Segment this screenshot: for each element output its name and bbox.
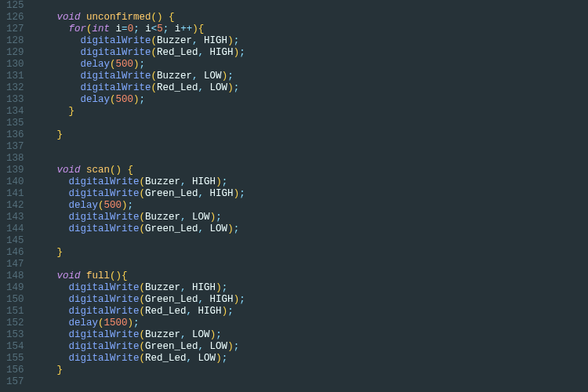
code-line[interactable]: digitalWrite(Green_Led, LOW); [34, 341, 588, 353]
token-text [34, 282, 69, 293]
token-ident: LOW [204, 71, 222, 82]
token-paren: ) [216, 282, 222, 293]
code-line[interactable]: digitalWrite(Red_Led, HIGH); [34, 306, 588, 318]
token-text [204, 188, 210, 199]
code-line[interactable]: digitalWrite(Red_Led, LOW); [34, 353, 588, 365]
token-paren: () [110, 270, 122, 281]
token-semi: ; [128, 200, 134, 211]
token-type: void [57, 270, 81, 281]
code-line[interactable]: delay(1500); [34, 318, 588, 329]
token-func: delay [69, 318, 99, 328]
token-text [110, 24, 116, 34]
line-number: 148 [6, 270, 24, 282]
code-line[interactable]: delay(500); [34, 59, 588, 71]
code-line[interactable] [34, 235, 588, 247]
code-line[interactable]: } [34, 365, 588, 376]
code-line[interactable]: void full(){ [34, 270, 588, 282]
token-func: delay [69, 200, 99, 211]
token-paren: ( [140, 223, 146, 234]
token-semi: ; [227, 71, 234, 82]
line-number: 134 [6, 106, 24, 118]
token-text [204, 341, 210, 352]
token-text [81, 12, 87, 23]
token-ident: HIGH [198, 306, 222, 317]
code-line[interactable]: digitalWrite(Green_Led, HIGH); [34, 294, 588, 306]
token-op: = [122, 24, 128, 34]
token-text [34, 59, 81, 70]
token-func: digitalWrite [69, 223, 140, 234]
line-number: 139 [6, 165, 24, 176]
token-op: ++ [180, 24, 192, 34]
token-type: void [57, 165, 81, 176]
token-paren: ) [234, 188, 240, 199]
token-paren: ) [133, 94, 140, 105]
token-text [187, 282, 193, 293]
code-line[interactable]: digitalWrite(Buzzer, LOW); [34, 212, 588, 223]
token-text [34, 176, 69, 187]
token-funcname: unconfirmed [86, 12, 151, 23]
token-comma: , [198, 294, 205, 305]
code-line[interactable]: delay(500); [34, 94, 588, 106]
code-line[interactable]: } [34, 247, 588, 259]
token-funcname: full [86, 270, 110, 281]
code-line[interactable]: digitalWrite(Buzzer, LOW); [34, 71, 588, 82]
token-number: 5 [157, 24, 163, 34]
code-line[interactable]: } [34, 129, 588, 141]
code-line[interactable]: } [34, 106, 588, 118]
code-line[interactable]: digitalWrite(Green_Led, LOW); [34, 223, 588, 235]
token-paren: ( [151, 35, 158, 46]
token-text [34, 294, 69, 305]
token-text [34, 341, 69, 352]
token-ident: Red_Led [145, 353, 187, 364]
token-number: 1500 [104, 318, 128, 328]
line-number: 125 [6, 0, 24, 12]
line-number: 156 [6, 365, 24, 376]
code-line[interactable]: digitalWrite(Buzzer, HIGH); [34, 282, 588, 294]
token-ident: Buzzer [145, 282, 180, 293]
code-line[interactable]: digitalWrite(Red_Led, LOW); [34, 82, 588, 94]
token-ident: HIGH [192, 282, 216, 293]
code-line[interactable]: delay(500); [34, 200, 588, 212]
token-ident: Green_Led [145, 341, 198, 352]
token-ident: Buzzer [145, 176, 180, 187]
token-text [34, 247, 57, 258]
token-text [34, 318, 69, 328]
token-number: 0 [128, 24, 134, 34]
code-line[interactable] [34, 376, 588, 388]
code-editor-area[interactable]: void unconfirmed() { for(int i=0; i<5; i… [34, 0, 588, 392]
code-line[interactable]: digitalWrite(Red_Led, HIGH); [34, 47, 588, 59]
token-comma: , [187, 306, 193, 317]
line-number: 145 [6, 235, 24, 247]
token-comma: , [192, 35, 198, 46]
token-text [34, 353, 69, 364]
token-text [34, 188, 69, 199]
code-line[interactable]: digitalWrite(Green_Led, HIGH); [34, 188, 588, 200]
line-number: 130 [6, 59, 24, 71]
token-paren: ( [140, 294, 146, 305]
code-line[interactable]: digitalWrite(Buzzer, LOW); [34, 329, 588, 341]
code-line[interactable] [34, 141, 588, 153]
token-text [34, 94, 81, 105]
code-line[interactable]: for(int i=0; i<5; i++){ [34, 24, 588, 35]
token-func: digitalWrite [69, 341, 140, 352]
token-paren: ( [140, 176, 146, 187]
token-func: digitalWrite [81, 47, 151, 58]
token-text [187, 212, 193, 223]
token-func: digitalWrite [81, 71, 151, 82]
token-comma: , [180, 282, 187, 293]
token-paren: ( [110, 59, 116, 70]
code-line[interactable]: void unconfirmed() { [34, 12, 588, 24]
line-number: 155 [6, 353, 24, 365]
code-line[interactable] [34, 259, 588, 270]
line-number: 157 [6, 376, 24, 388]
line-number-gutter: 1251261271281291301311321331341351361371… [0, 0, 34, 392]
code-line[interactable] [34, 118, 588, 129]
code-line[interactable] [34, 0, 588, 12]
line-number: 137 [6, 141, 24, 153]
token-func: digitalWrite [81, 82, 151, 93]
code-line[interactable]: digitalWrite(Buzzer, HIGH); [34, 35, 588, 47]
code-line[interactable]: digitalWrite(Buzzer, HIGH); [34, 176, 588, 188]
token-comma: , [198, 47, 205, 58]
code-line[interactable]: void scan() { [34, 165, 588, 176]
code-line[interactable] [34, 153, 588, 165]
